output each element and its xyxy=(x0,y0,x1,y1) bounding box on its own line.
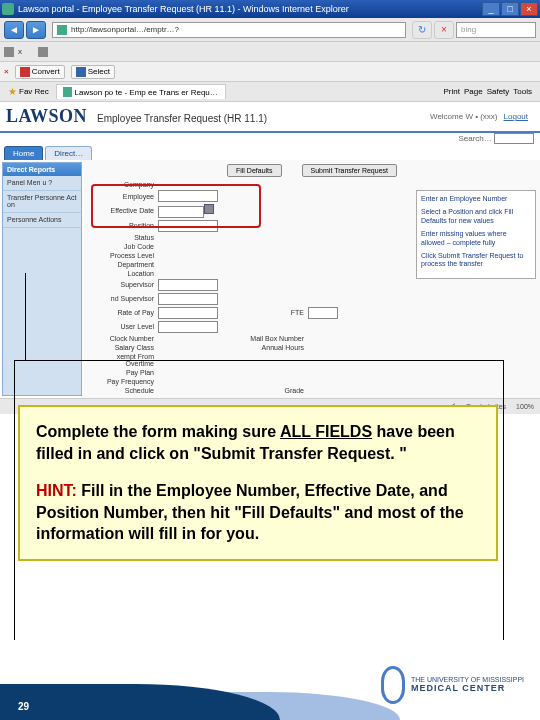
instruction-all-fields: ALL FIELDS xyxy=(280,423,372,440)
browser-window: Lawson portal - Employee Transfer Reques… xyxy=(0,0,540,414)
forward-button[interactable]: ► xyxy=(26,21,46,39)
label-status: Status xyxy=(88,234,158,241)
label-user-level: User Level xyxy=(88,323,158,330)
page-number: 29 xyxy=(18,701,29,712)
stop-button[interactable]: × xyxy=(434,21,454,39)
label-supervisor: Supervisor xyxy=(88,281,158,288)
help-line-4: Click Submit Transfer Request to process… xyxy=(421,252,531,269)
tab-home[interactable]: Home xyxy=(4,146,43,160)
window-titlebar: Lawson portal - Employee Transfer Reques… xyxy=(0,0,540,18)
label-annual-hours: Annual Hours xyxy=(248,344,308,351)
logout-link[interactable]: Logout xyxy=(504,112,528,121)
label-employee: Employee xyxy=(88,193,158,200)
help-panel: Enter an Employee Number Select a Positi… xyxy=(416,190,536,279)
help-line-3: Enter missing values where allowed – com… xyxy=(421,230,531,247)
sidebar-item-0[interactable]: Panel Men u ? xyxy=(3,176,81,191)
convert-icon xyxy=(20,67,30,77)
favorites-button[interactable]: ★ Fav Rec xyxy=(4,85,53,98)
page-title: Employee Transfer Request (HR 11.1) xyxy=(97,113,267,124)
header-search-input[interactable] xyxy=(494,133,534,144)
welcome-text: Welcome W • (xxx) xyxy=(430,112,498,121)
label-pay-frequency: Pay Frequency xyxy=(88,378,158,385)
input-effective-date[interactable] xyxy=(158,206,204,218)
convert-button[interactable]: Convert xyxy=(15,65,65,79)
window-title: Lawson portal - Employee Transfer Reques… xyxy=(18,4,349,14)
instruction-box: Complete the form making sure ALL FIELDS… xyxy=(18,405,498,561)
header-search[interactable]: Search… xyxy=(458,134,491,143)
sidebar-item-2[interactable]: Personne Actions xyxy=(3,213,81,228)
label-fte: FTE xyxy=(248,309,308,316)
toolbar-item-x[interactable]: x xyxy=(18,47,22,56)
search-box[interactable]: bing xyxy=(456,22,536,38)
select-button[interactable]: Select xyxy=(71,65,115,79)
toolbar-row-1: x xyxy=(0,42,540,62)
x-icon[interactable]: × xyxy=(4,67,9,76)
search-placeholder: bing xyxy=(461,25,476,34)
toolbar-row-2: × Convert Select xyxy=(0,62,540,82)
label-schedule: Schedule xyxy=(88,387,158,394)
label-position: Position xyxy=(88,222,158,229)
select-icon xyxy=(76,67,86,77)
toolbar-icon-2[interactable] xyxy=(38,47,48,57)
submit-transfer-button[interactable]: Submit Transfer Request xyxy=(302,164,397,177)
cmd-print[interactable]: Print xyxy=(443,87,459,96)
lawson-logo: LAWSON xyxy=(6,106,87,127)
address-bar[interactable]: http://lawsonportal…/emptr…? xyxy=(52,22,406,38)
input-employee[interactable] xyxy=(158,190,218,202)
toolbar-icon-1[interactable] xyxy=(4,47,14,57)
label-clock-number: Clock Number xyxy=(88,335,158,342)
minimize-button[interactable]: _ xyxy=(482,2,500,16)
star-icon: ★ xyxy=(8,86,17,97)
tab-icon xyxy=(63,87,72,97)
window-controls: _ □ × xyxy=(482,2,538,16)
browser-tab[interactable]: Lawson po te - Emp ee Trans er Request (… xyxy=(56,84,226,99)
input-ind-supervisor[interactable] xyxy=(158,293,218,305)
input-user-level[interactable] xyxy=(158,321,218,333)
page-content: LAWSON Employee Transfer Request (HR 11.… xyxy=(0,102,540,414)
label-job-code: Job Code xyxy=(88,243,158,250)
cmd-page[interactable]: Page xyxy=(464,87,483,96)
input-fte[interactable] xyxy=(308,307,338,319)
calendar-icon[interactable] xyxy=(204,204,214,214)
footer-logo-icon xyxy=(381,666,405,704)
app-icon xyxy=(2,3,14,15)
sidebar-item-1[interactable]: Transfer Personne Act on xyxy=(3,191,81,213)
footer-logo-main: MEDICAL CENTER xyxy=(411,684,524,694)
back-button[interactable]: ◄ xyxy=(4,21,24,39)
lawson-header: LAWSON Employee Transfer Request (HR 11.… xyxy=(0,102,540,133)
status-zoom[interactable]: 100% xyxy=(516,403,534,410)
fill-defaults-button[interactable]: Fill Defaults xyxy=(227,164,282,177)
label-process-level: Process Level xyxy=(88,252,158,259)
nav-bar: ◄ ► http://lawsonportal…/emptr…? ↻ × bin… xyxy=(0,18,540,42)
label-location: Location xyxy=(88,270,158,277)
form-area: Fill Defaults Submit Transfer Request Co… xyxy=(84,160,540,398)
maximize-button[interactable]: □ xyxy=(501,2,519,16)
close-button[interactable]: × xyxy=(520,2,538,16)
input-position[interactable] xyxy=(158,220,218,232)
site-icon xyxy=(57,25,67,35)
label-salary-class: Salary Class xyxy=(88,344,158,351)
refresh-button[interactable]: ↻ xyxy=(412,21,432,39)
footer-wave-dark xyxy=(0,684,280,720)
label-effective-date: Effective Date xyxy=(88,207,158,214)
label-rate-of-pay: Rate of Pay xyxy=(88,309,158,316)
cmd-tools[interactable]: Tools xyxy=(513,87,532,96)
hint-label: HINT: xyxy=(36,482,77,499)
address-text: http://lawsonportal…/emptr…? xyxy=(71,25,179,34)
slide-footer: 29 THE UNIVERSITY OF MISSISSIPPI MEDICAL… xyxy=(0,640,540,720)
tab-direct[interactable]: Direct… xyxy=(45,146,92,160)
label-department: Department xyxy=(88,261,158,268)
command-bar: Print Page Safety Tools xyxy=(435,87,536,96)
label-mailbox: Mail Box Number xyxy=(248,335,308,342)
label-pay-plan: Pay Plan xyxy=(88,369,158,376)
sidebar: Direct Reports Panel Men u ? Transfer Pe… xyxy=(2,162,82,396)
input-rate-of-pay[interactable] xyxy=(158,307,218,319)
label-exempt: xempt From Overtime xyxy=(88,353,158,367)
cmd-safety[interactable]: Safety xyxy=(487,87,510,96)
help-line-1: Enter an Employee Number xyxy=(421,195,531,203)
label-ind-supervisor: nd Supervisor xyxy=(88,295,158,302)
instruction-part1: Complete the form making sure xyxy=(36,423,280,440)
input-supervisor[interactable] xyxy=(158,279,218,291)
label-company: Company xyxy=(88,181,158,188)
hint-text: Fill in the Employee Number, Effective D… xyxy=(36,482,464,542)
